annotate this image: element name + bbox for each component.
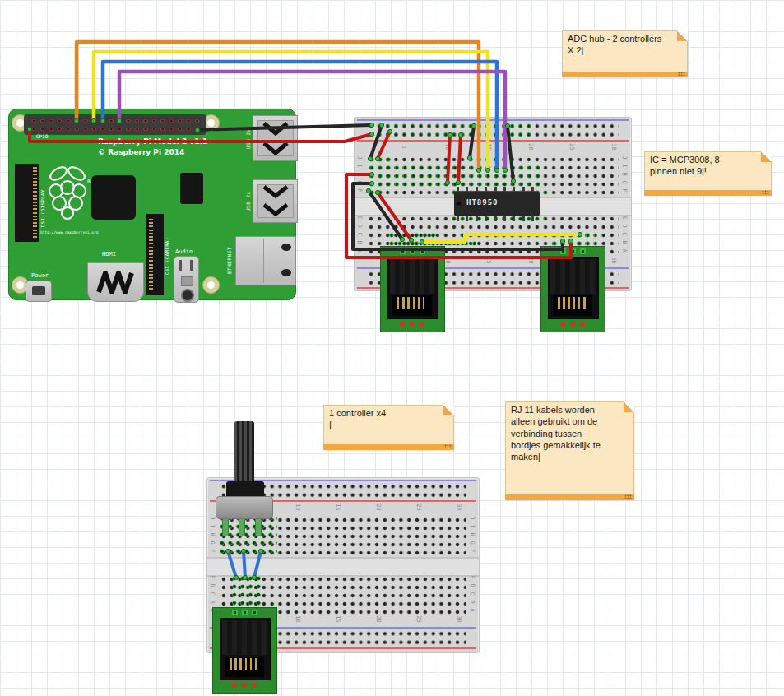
soc-chip (91, 175, 136, 220)
csi-label: CSI (CAMERA) (165, 219, 169, 293)
pot-shaft[interactable] (234, 421, 254, 485)
usb-port (253, 179, 298, 223)
note-drag-bar[interactable] (644, 190, 772, 196)
mounting-hole (202, 276, 220, 294)
pot-body (216, 496, 273, 519)
note-text[interactable]: ADC hub - 2 controllers X 2| (568, 33, 684, 70)
csi-pins (149, 219, 153, 290)
power-label: Power (31, 272, 49, 279)
gpio-label: GPIO (36, 133, 48, 139)
raspberry-pi-board[interactable]: GPIO Raspberry Pi Model 2 v1.1 © Raspber… (8, 109, 296, 300)
note-text[interactable]: RJ 11 kabels worden alleen gebruikt om d… (511, 404, 630, 493)
board-copyright: © Raspberry Pi 2014 (98, 148, 246, 156)
note-resize-grip[interactable] (624, 494, 632, 499)
usb-label: USB 2x (245, 185, 251, 218)
power-rail-positive-line (357, 140, 629, 142)
usb-label: USB 2x (245, 123, 251, 155)
ic-chip[interactable]: HT8950 (454, 191, 540, 216)
sticky-note-controller[interactable]: 1 controller x4 | (323, 405, 454, 450)
rj11-breakout-2[interactable] (540, 246, 605, 332)
note-drag-bar[interactable] (323, 444, 454, 450)
rj11-breakout-1[interactable] (380, 246, 445, 332)
note-resize-grip[interactable] (444, 444, 452, 448)
rj11-jack (387, 257, 438, 319)
power-rail-negative-line (357, 119, 629, 121)
note-drag-bar[interactable] (505, 494, 634, 500)
potentiometer[interactable] (216, 421, 273, 536)
raspberry-logo: ® (42, 164, 93, 234)
rj11-breakout-3[interactable] (212, 607, 277, 694)
csi-connector (146, 214, 164, 295)
sticky-note-ic-mcp3008[interactable]: IC = MCP3008, 8 pinnen niet 9|! (644, 151, 772, 196)
dsi-connector (15, 164, 39, 242)
dsi-pins (33, 167, 37, 239)
power-connector (26, 281, 52, 302)
ic-label: HT8950 (466, 198, 499, 206)
rj11-jack (548, 257, 599, 319)
audio-jack (174, 256, 199, 303)
sticky-note-rj11-kabels[interactable]: RJ 11 kabels worden alleen gebruikt om d… (505, 401, 634, 500)
note-drag-bar[interactable] (562, 72, 688, 77)
audio-label: Audio (175, 248, 193, 255)
sticky-note-adc-hub[interactable]: ADC hub - 2 controllers X 2| (562, 30, 688, 77)
note-resize-grip[interactable] (762, 190, 769, 194)
secondary-chip (180, 173, 203, 204)
column-numbers-top: 51015202530 (355, 142, 631, 154)
hdmi-label: HDMI (102, 251, 116, 258)
ethernet-port (235, 236, 296, 285)
ethernet-label: ETHERNET (226, 239, 232, 282)
hdmi-port (87, 262, 144, 302)
board-title: Raspberry Pi Model 2 v1.1 (98, 137, 246, 146)
gpio-header[interactable] (24, 114, 206, 135)
note-text[interactable]: IC = MCP3008, 8 pinnen niet 9|! (650, 154, 768, 188)
usb-port (253, 115, 298, 161)
rj11-jack (220, 618, 271, 680)
note-resize-grip[interactable] (678, 72, 685, 76)
note-text[interactable]: 1 controller x4 | (329, 407, 450, 443)
board-url: http://www.raspberrypi.org (40, 230, 98, 234)
fritzing-canvas: 51015202530 51015202530 JIHGF JIHGF EDCB… (0, 0, 784, 696)
gpio-pins[interactable] (30, 117, 202, 132)
